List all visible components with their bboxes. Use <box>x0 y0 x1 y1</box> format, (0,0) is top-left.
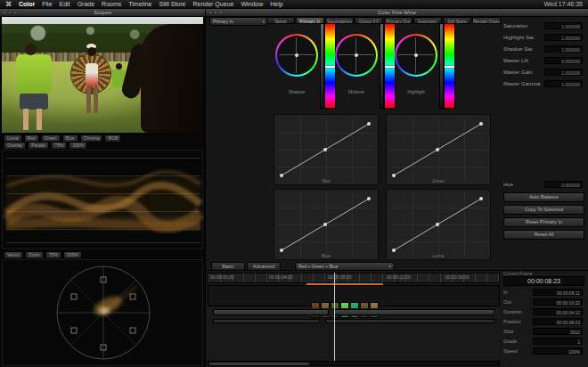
speed-field[interactable]: 100% <box>533 347 583 355</box>
reset-all-button[interactable]: Reset All <box>503 230 584 240</box>
menu-item-edit[interactable]: Edit <box>60 1 70 7</box>
waveform-graticule <box>3 151 204 249</box>
menu-item-still-store[interactable]: Still Store <box>159 1 185 7</box>
param-label: Master Gain <box>503 69 544 75</box>
primary-params: Saturation 1.000000 Highlight Sat. 1.000… <box>503 21 584 91</box>
vector-100-button[interactable]: 100% <box>63 251 82 259</box>
tab-render-queue[interactable]: Render Queue <box>472 17 501 24</box>
playhead[interactable] <box>334 273 335 361</box>
shot-info-grid: In00:00:06:11 Out00:00:10:22 Duration00:… <box>503 288 584 356</box>
menu-item-grade[interactable]: Grade <box>78 1 94 7</box>
scope-vector-button[interactable]: Vector <box>4 251 23 259</box>
apple-logo-icon[interactable]: ⌘ <box>5 1 12 8</box>
master-gamma-field[interactable]: 1.000000 <box>544 80 583 87</box>
shadow-sat-field[interactable]: 1.000000 <box>544 45 583 53</box>
clip-selection-highlight <box>306 283 383 285</box>
menu-item-timeline[interactable]: Timeline <box>128 1 151 7</box>
menu-item-rooms[interactable]: Rooms <box>102 1 121 7</box>
master-gain-field[interactable]: 1.000000 <box>544 69 583 76</box>
master-lift-field[interactable]: 0.000000 <box>544 57 583 64</box>
timeline: 00:00:00;00 00:00:04;00 00:00:08;00 00:0… <box>206 270 588 367</box>
video-preview <box>2 17 203 133</box>
scope-parade-button[interactable]: Parade <box>28 142 49 150</box>
scope-75-button[interactable]: 75% <box>51 142 67 150</box>
in-field[interactable]: 00:00:06:11 <box>533 289 583 296</box>
current-frame-timecode: 00:00:08:23 <box>503 276 584 286</box>
wheel-balance-handle[interactable] <box>355 53 358 57</box>
chevron-down-icon: ▾ <box>388 263 391 270</box>
scope-buttons-row2: Overlay Parade 75% 100% <box>4 142 87 150</box>
menu-item-render-queue[interactable]: Render Queue <box>192 1 233 7</box>
info-label: Shot <box>503 329 533 334</box>
shot-field[interactable]: 0012 <box>533 328 583 335</box>
boy-head <box>25 44 37 55</box>
scope-100-button[interactable]: 100% <box>69 142 87 150</box>
scope-buttons-row3: Vector Zoom 75% 100% <box>4 251 82 259</box>
color-titlebar[interactable]: Color Fine Wine <box>206 9 588 17</box>
track-segment[interactable] <box>334 309 494 315</box>
scope-zoom-button[interactable]: Zoom <box>25 251 44 259</box>
scope-overlay-button[interactable]: Overlay <box>4 142 26 150</box>
scopes-window-title: Scopes <box>94 10 111 15</box>
param-label: Master Gamma <box>503 81 544 86</box>
blue-curve-panel[interactable]: Blue <box>274 189 379 260</box>
grade-track[interactable] <box>208 308 500 316</box>
midtone-color-wheel[interactable] <box>335 34 378 77</box>
grade-field[interactable]: 1 <box>533 338 583 345</box>
out-field[interactable]: 00:00:10:22 <box>533 298 583 306</box>
param-row: Shadow Sat. 1.000000 <box>503 45 584 53</box>
scrollbar-thumb[interactable] <box>209 363 309 365</box>
wheel-label: Shadow <box>274 89 320 94</box>
track-segment[interactable] <box>213 319 320 323</box>
color-window: Color Fine Wine Primary In ▾ Setup Prima… <box>206 9 588 367</box>
vectorscope-graticule <box>3 260 204 365</box>
timeline-ruler[interactable]: 00:00:00;00 00:00:04;00 00:00:08;00 00:0… <box>208 273 500 283</box>
param-label: Master Lift <box>503 58 544 63</box>
curve-label: Blue <box>274 253 378 258</box>
video-track[interactable]: 2685 <box>208 285 500 306</box>
ruler-timecode: 00:00:16;00 <box>445 274 469 280</box>
wheel-balance-handle[interactable] <box>414 53 418 57</box>
room-popup[interactable]: Primary In ▾ <box>209 17 268 26</box>
window-controls[interactable] <box>208 11 223 14</box>
timeline-scrollbar[interactable] <box>208 361 500 366</box>
hue-field[interactable]: 0.000000 <box>544 181 583 188</box>
green-curve-panel[interactable]: Green <box>386 114 491 185</box>
current-frame-box: Current Frame 00:00:08:23 <box>503 271 584 286</box>
scope-rgb-button[interactable]: RGB <box>104 135 121 143</box>
auto-balance-button[interactable]: Auto Balance <box>503 192 584 202</box>
position-field[interactable]: 00:00:08:23 <box>533 318 583 325</box>
shadow-color-wheel[interactable] <box>275 34 318 77</box>
saturation-field[interactable]: 1.000000 <box>544 22 583 29</box>
highlight-sat-field[interactable]: 1.000000 <box>544 34 583 41</box>
highlight-hue-slider[interactable] <box>444 23 455 109</box>
vectorscope <box>2 259 203 366</box>
dancer-head <box>87 47 96 56</box>
window-controls[interactable] <box>3 11 17 14</box>
slider-marker[interactable] <box>445 66 454 68</box>
menu-item-help[interactable]: Help <box>270 1 282 7</box>
audio-track[interactable] <box>208 318 500 324</box>
scopes-titlebar[interactable]: Scopes <box>0 9 205 17</box>
menu-item-color[interactable]: Color <box>19 1 35 7</box>
boy-shorts <box>20 94 48 110</box>
track-segment[interactable] <box>325 319 494 323</box>
reset-primary-in-button[interactable]: Reset Primary In <box>503 217 584 227</box>
menu-item-file[interactable]: File <box>42 1 52 7</box>
luma-curve-panel[interactable]: Luma <box>386 189 491 260</box>
param-label: Highlight Sat. <box>503 35 544 40</box>
boy-leg <box>23 109 29 130</box>
duration-field[interactable]: 00:00:04:12 <box>533 308 583 315</box>
dancer-leg <box>86 86 91 113</box>
wheel-balance-handle[interactable] <box>295 53 298 57</box>
param-row: Saturation 1.000000 <box>503 21 584 30</box>
red-curve-panel[interactable]: Red <box>274 114 379 185</box>
info-label: Out <box>503 299 533 305</box>
vector-75-button[interactable]: 75% <box>45 251 61 259</box>
track-segment[interactable] <box>213 309 329 315</box>
highlight-color-wheel[interactable] <box>395 34 437 77</box>
menu-item-window[interactable]: Window <box>241 1 263 7</box>
copy-to-selected-button[interactable]: Copy To Selected <box>503 205 584 215</box>
screen: ⌘ Color File Edit Grade Rooms Timeline S… <box>0 0 588 367</box>
dancer-leg <box>94 86 98 113</box>
